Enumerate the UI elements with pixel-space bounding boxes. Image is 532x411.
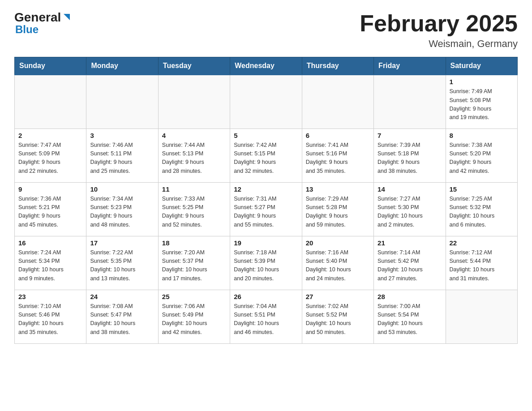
calendar-cell: 9Sunrise: 7:36 AMSunset: 5:21 PMDaylight… — [15, 182, 86, 236]
day-info: Sunrise: 7:22 AMSunset: 5:35 PMDaylight:… — [90, 248, 154, 283]
calendar-cell: 19Sunrise: 7:18 AMSunset: 5:39 PMDayligh… — [230, 236, 302, 290]
calendar-cell: 6Sunrise: 7:41 AMSunset: 5:16 PMDaylight… — [302, 128, 373, 182]
day-info: Sunrise: 7:27 AMSunset: 5:30 PMDaylight:… — [378, 195, 442, 230]
day-info: Sunrise: 7:18 AMSunset: 5:39 PMDaylight:… — [234, 248, 298, 283]
day-number: 26 — [234, 293, 298, 300]
day-info: Sunrise: 7:39 AMSunset: 5:18 PMDaylight:… — [378, 141, 442, 176]
calendar-cell — [374, 75, 446, 128]
day-number: 2 — [18, 132, 82, 139]
day-info: Sunrise: 7:49 AMSunset: 5:08 PMDaylight:… — [450, 87, 514, 122]
day-info: Sunrise: 7:08 AMSunset: 5:47 PMDaylight:… — [90, 302, 154, 337]
day-number: 1 — [450, 78, 514, 86]
day-number: 15 — [450, 185, 514, 193]
day-info: Sunrise: 7:31 AMSunset: 5:27 PMDaylight:… — [234, 195, 298, 230]
calendar-body: 1Sunrise: 7:49 AMSunset: 5:08 PMDaylight… — [15, 75, 518, 343]
day-info: Sunrise: 7:06 AMSunset: 5:49 PMDaylight:… — [162, 302, 226, 337]
week-row-2: 2Sunrise: 7:47 AMSunset: 5:09 PMDaylight… — [15, 128, 518, 182]
logo-blue-text: Blue — [15, 24, 39, 35]
page-header: General Blue February 2025 Weismain, Ger… — [14, 11, 518, 50]
day-info: Sunrise: 7:38 AMSunset: 5:20 PMDaylight:… — [450, 141, 514, 176]
day-info: Sunrise: 7:12 AMSunset: 5:44 PMDaylight:… — [450, 248, 514, 283]
calendar-cell: 8Sunrise: 7:38 AMSunset: 5:20 PMDaylight… — [446, 128, 517, 182]
day-info: Sunrise: 7:04 AMSunset: 5:51 PMDaylight:… — [234, 302, 298, 337]
day-info: Sunrise: 7:00 AMSunset: 5:54 PMDaylight:… — [378, 302, 442, 337]
calendar-cell: 11Sunrise: 7:33 AMSunset: 5:25 PMDayligh… — [158, 182, 230, 236]
day-number: 6 — [306, 132, 370, 139]
day-number: 24 — [90, 293, 154, 300]
logo-general-text: General — [14, 11, 61, 25]
day-info: Sunrise: 7:33 AMSunset: 5:25 PMDaylight:… — [162, 195, 226, 230]
calendar-cell: 1Sunrise: 7:49 AMSunset: 5:08 PMDaylight… — [446, 75, 517, 128]
calendar-cell: 4Sunrise: 7:44 AMSunset: 5:13 PMDaylight… — [158, 128, 230, 182]
day-number: 28 — [378, 293, 442, 300]
calendar-cell: 22Sunrise: 7:12 AMSunset: 5:44 PMDayligh… — [446, 236, 517, 290]
calendar-cell: 7Sunrise: 7:39 AMSunset: 5:18 PMDaylight… — [374, 128, 446, 182]
calendar-cell: 20Sunrise: 7:16 AMSunset: 5:40 PMDayligh… — [302, 236, 373, 290]
day-number: 25 — [162, 293, 226, 300]
day-number: 14 — [378, 185, 442, 193]
day-number: 27 — [306, 293, 370, 300]
calendar-cell: 26Sunrise: 7:04 AMSunset: 5:51 PMDayligh… — [230, 290, 302, 343]
calendar-cell: 5Sunrise: 7:42 AMSunset: 5:15 PMDaylight… — [230, 128, 302, 182]
day-number: 3 — [90, 132, 154, 139]
day-info: Sunrise: 7:02 AMSunset: 5:52 PMDaylight:… — [306, 302, 370, 337]
weekday-header-friday: Friday — [374, 57, 446, 75]
weekday-header-monday: Monday — [86, 57, 158, 75]
weekday-header-sunday: Sunday — [15, 57, 86, 75]
calendar-cell: 14Sunrise: 7:27 AMSunset: 5:30 PMDayligh… — [374, 182, 446, 236]
calendar-cell — [15, 75, 86, 128]
day-number: 9 — [18, 185, 82, 193]
day-info: Sunrise: 7:44 AMSunset: 5:13 PMDaylight:… — [162, 141, 226, 176]
day-number: 23 — [18, 293, 82, 300]
day-number: 10 — [90, 185, 154, 193]
calendar-cell: 23Sunrise: 7:10 AMSunset: 5:46 PMDayligh… — [15, 290, 86, 343]
day-info: Sunrise: 7:42 AMSunset: 5:15 PMDaylight:… — [234, 141, 298, 176]
week-row-1: 1Sunrise: 7:49 AMSunset: 5:08 PMDaylight… — [15, 75, 518, 128]
calendar-cell — [302, 75, 373, 128]
logo-triangle-icon — [62, 12, 72, 22]
weekday-header-tuesday: Tuesday — [158, 57, 230, 75]
day-number: 5 — [234, 132, 298, 139]
svg-marker-0 — [64, 14, 70, 20]
logo: General Blue — [14, 11, 72, 35]
day-info: Sunrise: 7:36 AMSunset: 5:21 PMDaylight:… — [18, 195, 82, 230]
day-number: 8 — [450, 132, 514, 139]
day-info: Sunrise: 7:46 AMSunset: 5:11 PMDaylight:… — [90, 141, 154, 176]
weekday-header-saturday: Saturday — [446, 57, 517, 75]
day-number: 11 — [162, 185, 226, 193]
day-number: 18 — [162, 239, 226, 247]
calendar-cell: 2Sunrise: 7:47 AMSunset: 5:09 PMDaylight… — [15, 128, 86, 182]
day-number: 13 — [306, 185, 370, 193]
calendar-cell: 16Sunrise: 7:24 AMSunset: 5:34 PMDayligh… — [15, 236, 86, 290]
calendar-cell: 13Sunrise: 7:29 AMSunset: 5:28 PMDayligh… — [302, 182, 373, 236]
calendar-cell — [86, 75, 158, 128]
week-row-3: 9Sunrise: 7:36 AMSunset: 5:21 PMDaylight… — [15, 182, 518, 236]
title-block: February 2025 Weismain, Germany — [360, 11, 518, 50]
day-number: 19 — [234, 239, 298, 247]
day-number: 12 — [234, 185, 298, 193]
day-number: 20 — [306, 239, 370, 247]
day-info: Sunrise: 7:25 AMSunset: 5:32 PMDaylight:… — [450, 195, 514, 230]
calendar-cell: 18Sunrise: 7:20 AMSunset: 5:37 PMDayligh… — [158, 236, 230, 290]
calendar-cell: 10Sunrise: 7:34 AMSunset: 5:23 PMDayligh… — [86, 182, 158, 236]
day-number: 21 — [378, 239, 442, 247]
calendar-cell: 3Sunrise: 7:46 AMSunset: 5:11 PMDaylight… — [86, 128, 158, 182]
weekday-header-thursday: Thursday — [302, 57, 373, 75]
day-number: 17 — [90, 239, 154, 247]
calendar-cell — [158, 75, 230, 128]
week-row-4: 16Sunrise: 7:24 AMSunset: 5:34 PMDayligh… — [15, 236, 518, 290]
calendar-header: SundayMondayTuesdayWednesdayThursdayFrid… — [15, 57, 518, 75]
day-info: Sunrise: 7:47 AMSunset: 5:09 PMDaylight:… — [18, 141, 82, 176]
calendar-cell: 17Sunrise: 7:22 AMSunset: 5:35 PMDayligh… — [86, 236, 158, 290]
day-number: 7 — [378, 132, 442, 139]
weekday-header-wednesday: Wednesday — [230, 57, 302, 75]
day-info: Sunrise: 7:16 AMSunset: 5:40 PMDaylight:… — [306, 248, 370, 283]
calendar-cell: 15Sunrise: 7:25 AMSunset: 5:32 PMDayligh… — [446, 182, 517, 236]
day-info: Sunrise: 7:20 AMSunset: 5:37 PMDaylight:… — [162, 248, 226, 283]
day-info: Sunrise: 7:34 AMSunset: 5:23 PMDaylight:… — [90, 195, 154, 230]
week-row-5: 23Sunrise: 7:10 AMSunset: 5:46 PMDayligh… — [15, 290, 518, 343]
day-info: Sunrise: 7:24 AMSunset: 5:34 PMDaylight:… — [18, 248, 82, 283]
calendar-cell — [230, 75, 302, 128]
day-info: Sunrise: 7:14 AMSunset: 5:42 PMDaylight:… — [378, 248, 442, 283]
day-number: 4 — [162, 132, 226, 139]
